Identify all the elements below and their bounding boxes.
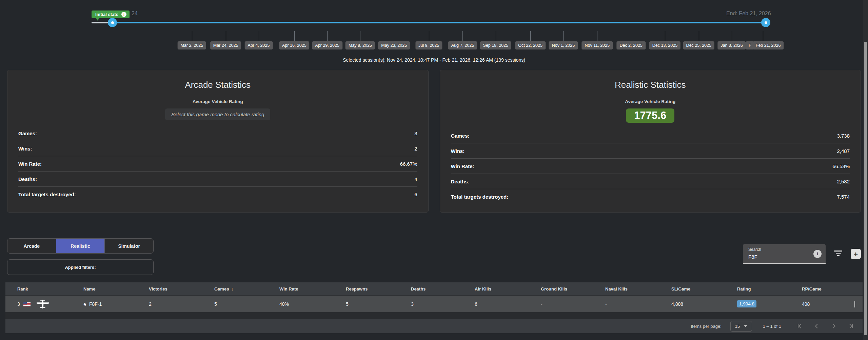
rank-value: 3 [17, 301, 20, 307]
respawns-value: 5 [346, 301, 411, 307]
items-per-page-label: Items per page: [691, 324, 721, 329]
timeline-tick [699, 31, 699, 41]
filter-list-icon[interactable] [834, 251, 843, 257]
stat-row-wins: Wins: 2 [18, 141, 417, 156]
add-button[interactable]: + [851, 249, 861, 259]
timeline-tick [732, 31, 732, 41]
column-header-rank[interactable]: Rank [17, 286, 83, 292]
session-summary: Selected session(s): Nov 24, 2024, 10:47… [0, 57, 868, 63]
search-input[interactable]: Search F8F i [743, 244, 826, 264]
timeline-date-chip: Mar 24, 2025 [210, 41, 241, 49]
stat-value: 3,738 [837, 133, 850, 139]
column-header-win-rate[interactable]: Win Rate [279, 286, 346, 292]
vehicles-table: Rank Name Victories Games↓ Win Rate Resp… [5, 282, 863, 333]
column-header-victories[interactable]: Victories [149, 286, 214, 292]
timeline-date-chip: Jul 9, 2025 [415, 41, 442, 49]
stat-label: Wins: [18, 146, 32, 152]
timeline-start-label: 24 [132, 11, 138, 17]
timeline-tick [631, 31, 631, 41]
column-header-deaths[interactable]: Deaths [411, 286, 475, 292]
average-vehicle-rating-value: 1775.6 [626, 108, 674, 123]
stat-row-targets: Total targets destroyed: 6 [18, 186, 417, 202]
last-page-button[interactable] [847, 322, 854, 330]
tab-arcade[interactable]: Arcade [7, 239, 56, 253]
column-header-respawns[interactable]: Respawns [346, 286, 411, 292]
scrollbar-track[interactable] [863, 0, 868, 340]
deaths-value: 3 [411, 301, 475, 307]
table-paginator: Items per page: 15 1 – 1 of 1 [5, 319, 863, 333]
timeline-tick [327, 31, 328, 41]
card-title: Realistic Statistics [451, 80, 850, 90]
stat-label: Total targets destroyed: [451, 194, 509, 200]
spade-icon: ♠ [83, 301, 86, 307]
column-header-games[interactable]: Games↓ [214, 286, 279, 292]
stat-row-wins: Wins: 2,487 [451, 143, 850, 158]
scrollbar-thumb[interactable] [864, 42, 867, 335]
tab-simulator[interactable]: Simulator [104, 239, 153, 253]
previous-page-button[interactable] [813, 322, 821, 330]
info-icon[interactable]: i [121, 12, 126, 17]
rating-badge: 1,994.8 [737, 300, 756, 307]
timeline-tick [394, 31, 394, 41]
column-header-sl-game[interactable]: SL/Game [671, 286, 737, 292]
stat-label: Total targets destroyed: [18, 192, 76, 197]
tab-realistic[interactable]: Realistic [56, 239, 105, 253]
timeline-date-chip: Feb 21, 2026 [753, 41, 784, 49]
timeline-tick [360, 31, 360, 41]
initial-stats-badge[interactable]: Initial stats i [92, 11, 130, 18]
game-mode-tabs: Arcade Realistic Simulator [7, 238, 154, 254]
column-header-rp-game[interactable]: RP/Game [802, 286, 851, 292]
vehicle-name: F8F-1 [89, 301, 102, 307]
table-row[interactable]: 3 ♠ F8F-1 2 5 40% 5 3 6 - - 4,808 1,994 [5, 295, 863, 312]
page-range-label: 1 – 1 of 1 [763, 324, 781, 329]
column-header-air-kills[interactable]: Air Kills [475, 286, 541, 292]
timeline-tick [530, 31, 531, 41]
stat-label: Win Rate: [18, 161, 42, 167]
first-page-button[interactable] [796, 322, 804, 330]
chevron-down-icon[interactable] [854, 301, 855, 307]
slider-handle-start[interactable] [108, 18, 117, 27]
timeline-tick [763, 31, 763, 41]
column-header-name[interactable]: Name [83, 286, 149, 292]
slider-track-selected[interactable] [113, 22, 766, 23]
search-input-value: F8F [748, 254, 757, 260]
timeline-tick [597, 31, 597, 41]
stat-value: 4 [414, 176, 417, 182]
stat-row-targets: Total targets destroyed: 7,574 [451, 189, 850, 204]
table-controls: Arcade Realistic Simulator Applied filte… [7, 238, 861, 275]
column-header-naval-kills[interactable]: Naval Kills [605, 286, 671, 292]
aircraft-icon [36, 299, 50, 309]
timeline-date-chip: Aug 7, 2025 [448, 41, 477, 49]
stat-label: Deaths: [18, 176, 37, 182]
stat-value: 2,487 [837, 148, 850, 154]
timeline-tick [226, 31, 226, 41]
column-header-rating[interactable]: Rating [737, 286, 802, 292]
stat-value: 2 [414, 146, 417, 152]
stat-value: 66.67% [400, 161, 417, 167]
average-vehicle-rating-label: Average Vehicle Rating [451, 99, 850, 104]
games-value: 5 [214, 301, 279, 307]
timeline-tick [294, 31, 295, 41]
timeline-date-chip: Jan 3, 2026 [717, 41, 746, 49]
stat-row-win-rate: Win Rate: 66.53% [451, 158, 850, 174]
stat-row-deaths: Deaths: 4 [18, 171, 417, 186]
column-header-ground-kills[interactable]: Ground Kills [541, 286, 605, 292]
timeline-date-chip: Dec 2, 2025 [616, 41, 645, 49]
timeline-date-chip: May 23, 2025 [378, 41, 410, 49]
next-page-button[interactable] [830, 322, 837, 330]
rating-placeholder: Select this game mode to calculate ratin… [165, 108, 270, 120]
air-kills-value: 6 [475, 301, 541, 307]
info-icon[interactable]: i [813, 250, 822, 258]
arcade-statistics-card: Arcade Statistics Average Vehicle Rating… [7, 70, 429, 213]
ground-kills-value: - [541, 301, 605, 307]
page-size-value: 15 [735, 324, 740, 329]
timeline-end-label: End: Feb 21, 2026 [726, 11, 771, 17]
timeline-date-chip: Apr 29, 2025 [312, 41, 342, 49]
usa-flag-icon [23, 302, 31, 306]
rp-game-value: 408 [802, 301, 851, 307]
timeline-date-chip: Dec 25, 2025 [683, 41, 714, 49]
timeline-tick [563, 31, 564, 41]
card-title: Arcade Statistics [18, 80, 417, 90]
page-size-select[interactable]: 15 [730, 321, 752, 332]
slider-handle-end[interactable] [761, 18, 770, 27]
